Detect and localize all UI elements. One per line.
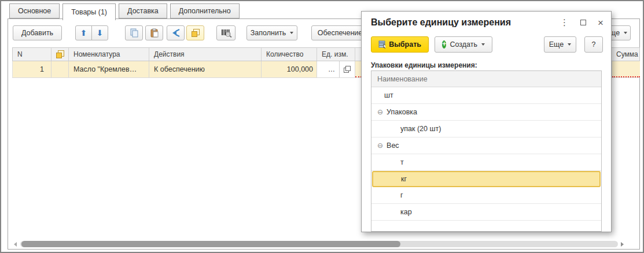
barcode-button[interactable]	[216, 25, 235, 40]
column-label: Количество	[266, 50, 303, 58]
caret-down-icon	[624, 32, 627, 34]
list-item-label: кар	[400, 208, 412, 216]
arrow-down-icon: ⬇	[97, 29, 104, 37]
list-item[interactable]: г	[371, 187, 601, 204]
kebab-menu-icon[interactable]: ⋮	[560, 17, 569, 28]
select-button[interactable]: Выбрать	[371, 36, 429, 53]
move-up-button[interactable]: ⬆	[75, 25, 92, 40]
copy-lines-button[interactable]	[186, 25, 204, 40]
column-header-marker[interactable]	[51, 48, 69, 61]
open-icon	[344, 66, 351, 73]
paste-icon	[150, 28, 159, 38]
unit-select-dialog: Выберите единицу измерения ⋮ × Выбрать +…	[361, 11, 612, 232]
tab-label: Дополнительно	[179, 7, 231, 15]
yellow-pages-icon	[192, 29, 200, 37]
column-label: Действия	[154, 50, 185, 58]
select-button-label: Выбрать	[389, 40, 421, 49]
paste-button[interactable]	[145, 25, 163, 40]
cell-line-number[interactable]: 1	[13, 61, 51, 77]
copy-icon	[130, 28, 139, 38]
cell-sum[interactable]	[612, 61, 640, 77]
list-item[interactable]: упак (20 шт)	[371, 121, 601, 137]
column-label: N	[17, 50, 23, 58]
help-button[interactable]: ?	[584, 36, 603, 53]
move-down-button[interactable]: ⬇	[91, 25, 108, 40]
tab-goods[interactable]: Товары (1)	[62, 3, 116, 20]
create-button[interactable]: + Создать	[435, 36, 492, 53]
section-label: Упаковки единицы измерения:	[371, 61, 477, 69]
column-header-unit[interactable]: Ед. изм.	[317, 48, 355, 61]
scroll-right-arrow[interactable]	[621, 242, 624, 247]
add-button-label: Добавить	[21, 29, 53, 37]
quantity-value: 100,000	[287, 65, 313, 73]
nomenclature-value: Масло "Кремлев…	[73, 65, 137, 73]
column-header-quantity[interactable]: Количество	[262, 48, 317, 61]
barcode-scanner-icon	[220, 28, 232, 38]
dialog-more-button[interactable]: Еще	[544, 36, 576, 53]
cell-action[interactable]: К обеспечению	[149, 61, 262, 77]
arrow-up-icon: ⬆	[80, 29, 87, 37]
tab-main[interactable]: Основное	[9, 3, 60, 18]
column-label: Сумма	[616, 50, 638, 58]
scroll-left-arrow[interactable]	[14, 242, 17, 247]
close-icon[interactable]: ×	[598, 18, 603, 28]
tab-delivery[interactable]: Доставка	[119, 3, 167, 18]
supply-button-label: Обеспечение	[318, 29, 363, 37]
caret-down-icon	[290, 32, 293, 34]
dialog-title: Выберите единицу измерения	[371, 17, 560, 28]
list-item[interactable]: кар	[371, 204, 601, 221]
list-item-selected[interactable]: кг	[372, 171, 601, 187]
split-arrows-icon	[171, 28, 181, 38]
tab-label: Товары (1)	[71, 8, 107, 16]
ellipsis-icon: …	[328, 65, 335, 73]
cell-marker[interactable]	[51, 61, 69, 77]
column-label: Номенклатура	[73, 50, 120, 58]
list-group[interactable]: ⊖ Вес	[371, 137, 601, 154]
split-lines-button[interactable]	[167, 25, 185, 40]
list-item-label: Упаковка	[387, 108, 417, 116]
list-item-label: кг	[401, 175, 407, 183]
plus-icon: +	[442, 40, 446, 49]
action-value: К обеспечению	[154, 65, 205, 73]
tab-additional[interactable]: Дополнительно	[170, 3, 240, 18]
yellow-pages-icon	[56, 50, 64, 58]
column-header-nomenclature[interactable]: Номенклатура	[69, 48, 149, 61]
column-label: Ед. изм.	[322, 50, 348, 58]
column-header-sum[interactable]: Сумма	[612, 48, 639, 61]
more-button-label: Еще	[549, 40, 564, 49]
help-button-label: ?	[592, 40, 596, 49]
select-list-icon	[378, 40, 385, 49]
list-column-header[interactable]: Наименование	[371, 71, 601, 87]
horizontal-scrollbar-track[interactable]	[20, 241, 618, 247]
tab-label: Основное	[18, 7, 51, 15]
add-button[interactable]: Добавить	[13, 25, 62, 40]
list-item-label: г	[400, 191, 403, 199]
maximize-icon[interactable]	[580, 20, 586, 25]
collapse-icon[interactable]: ⊖	[377, 108, 383, 116]
fill-button[interactable]: Заполнить	[246, 25, 297, 40]
list-group[interactable]: ⊖ Упаковка	[371, 104, 601, 121]
copy-button[interactable]	[125, 25, 143, 40]
cell-unit-editing[interactable]: …	[317, 61, 355, 77]
list-item[interactable]: шт	[371, 87, 601, 104]
column-header-n[interactable]: N	[13, 48, 51, 61]
list-item[interactable]: т	[371, 154, 601, 171]
tab-label: Доставка	[127, 7, 159, 15]
caret-down-icon	[481, 43, 485, 46]
cell-quantity[interactable]: 100,000	[262, 61, 317, 77]
collapse-icon[interactable]: ⊖	[377, 142, 383, 150]
horizontal-scrollbar-thumb[interactable]	[21, 241, 400, 247]
list-item-label: т	[400, 158, 404, 166]
open-button[interactable]	[339, 61, 355, 77]
cell-nomenclature[interactable]: Масло "Кремлев…	[69, 61, 149, 77]
line-number: 1	[40, 65, 44, 73]
choose-button[interactable]: …	[324, 61, 339, 77]
form-tabs: Основное Товары (1) Доставка Дополнитель…	[9, 3, 242, 20]
app-window: Основное Товары (1) Доставка Дополнитель…	[0, 0, 644, 253]
dialog-titlebar: Выберите единицу измерения ⋮ ×	[371, 17, 603, 28]
list-item-label: упак (20 шт)	[400, 125, 441, 133]
column-header-actions[interactable]: Действия	[149, 48, 262, 61]
dialog-toolbar: Выбрать + Создать Еще ?	[371, 36, 603, 53]
column-label: Наименование	[377, 75, 428, 83]
list-item-label: Вес	[387, 142, 399, 150]
